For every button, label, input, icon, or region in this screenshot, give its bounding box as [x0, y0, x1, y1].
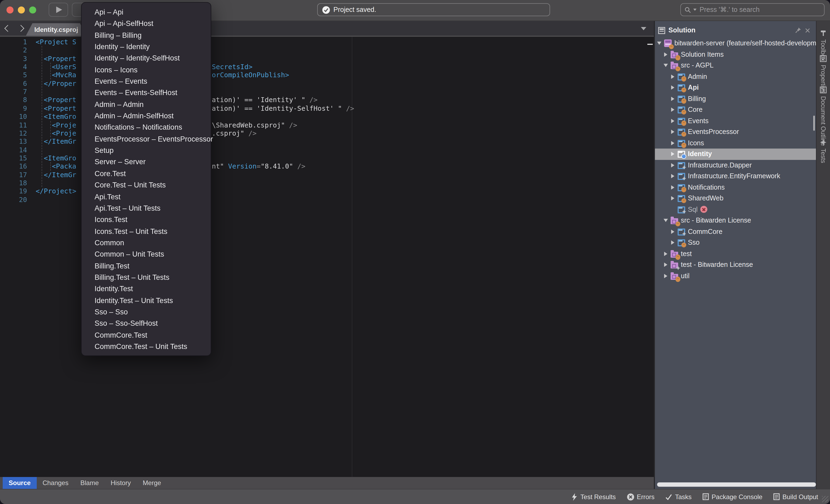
traffic-light-minimize-button[interactable] — [18, 6, 25, 13]
close-icon[interactable] — [805, 27, 810, 33]
run-config-menu-item-api-test-unit-tests[interactable]: Api.Test – Unit Tests — [82, 203, 211, 214]
run-config-menu-item-setup[interactable]: Setup — [82, 145, 211, 157]
run-config-menu-item-icons-test[interactable]: Icons.Test — [82, 214, 211, 226]
disclosure-collapsed-icon[interactable] — [664, 53, 668, 57]
tree-item-solution-items[interactable]: Solution Items — [655, 49, 816, 60]
disclosure-collapsed-icon[interactable] — [671, 97, 675, 101]
disclosure-collapsed-icon[interactable] — [671, 130, 675, 134]
tab-overflow-chevron-icon[interactable] — [641, 27, 646, 30]
tree-item-infrastructure-entityframework[interactable]: Infrastructure.EntityFramework — [655, 171, 816, 182]
run-config-menu-item-api-api[interactable]: Api – Api — [82, 6, 211, 18]
dock-tab-document-outline[interactable]: Document Outline — [817, 87, 830, 146]
view-tab-changes[interactable]: Changes — [36, 477, 74, 489]
tree-item-sql[interactable]: Sql — [655, 204, 816, 215]
traffic-light-close-button[interactable] — [6, 6, 13, 13]
tree-item-bitwarden-server-feature-self-hosted-development[interactable]: bitwarden-server (feature/self-hosted-de… — [655, 38, 816, 49]
disclosure-collapsed-icon[interactable] — [671, 86, 675, 90]
traffic-light-zoom-button[interactable] — [29, 6, 36, 13]
run-config-menu-item-events-events[interactable]: Events – Events — [82, 76, 211, 87]
run-config-menu-item-identity-identity-selfhost[interactable]: Identity – Identity-SelfHost — [82, 53, 211, 64]
tree-item-admin[interactable]: Admin — [655, 71, 816, 82]
statusbar-pad-test-results[interactable]: Test Results — [571, 493, 616, 501]
run-config-menu-item-server-server[interactable]: Server – Server — [82, 157, 211, 168]
run-config-menu-item-api-api-selfhost[interactable]: Api – Api-SelfHost — [82, 18, 211, 30]
run-config-menu-item-sso-sso[interactable]: Sso – Sso — [82, 306, 211, 318]
pin-icon[interactable] — [795, 27, 801, 33]
run-config-menu-item-icons-icons[interactable]: Icons – Icons — [82, 64, 211, 76]
run-config-menu-item-eventsprocessor-eventsprocessor[interactable]: EventsProcessor – EventsProcessor — [82, 133, 211, 145]
search-scope-chevron-icon[interactable] — [693, 9, 696, 11]
tree-item-infrastructure-dapper[interactable]: Infrastructure.Dapper — [655, 160, 816, 171]
run-config-menu-item-identity-test-unit-tests[interactable]: Identity.Test – Unit Tests — [82, 295, 211, 306]
view-tab-source[interactable]: Source — [3, 477, 36, 489]
run-button[interactable] — [49, 3, 68, 17]
search-input[interactable] — [698, 5, 820, 14]
disclosure-collapsed-icon[interactable] — [671, 241, 675, 245]
disclosure-collapsed-icon[interactable] — [671, 119, 675, 123]
navigate-back-icon[interactable] — [4, 25, 11, 32]
tree-item-sso[interactable]: Sso — [655, 237, 816, 248]
statusbar-pad-tasks[interactable]: Tasks — [665, 493, 692, 501]
tree-item-eventsprocessor[interactable]: EventsProcessor — [655, 126, 816, 137]
statusbar-pad-package-console[interactable]: Package Console — [702, 493, 762, 501]
disclosure-collapsed-icon[interactable] — [664, 252, 668, 256]
run-config-menu-item-api-test[interactable]: Api.Test — [82, 191, 211, 203]
run-config-menu-item-billing-billing[interactable]: Billing – Billing — [82, 29, 211, 41]
statusbar-pad-build-output[interactable]: Build Output — [773, 493, 818, 501]
panel-vertical-scrollbar[interactable] — [813, 115, 815, 131]
run-config-menu-item-events-events-selfhost[interactable]: Events – Events-SelfHost — [82, 87, 211, 99]
disclosure-collapsed-icon[interactable] — [671, 230, 675, 234]
dock-tab-tests[interactable]: Tests — [817, 139, 830, 163]
disclosure-expanded-icon[interactable] — [657, 41, 662, 46]
tree-item-identity[interactable]: Identity — [655, 148, 816, 160]
disclosure-collapsed-icon[interactable] — [671, 108, 675, 112]
statusbar-pad-errors[interactable]: Errors — [627, 493, 655, 501]
tree-item-test[interactable]: test — [655, 248, 816, 259]
disclosure-collapsed-icon[interactable] — [664, 263, 668, 267]
view-tab-history[interactable]: History — [105, 477, 137, 489]
run-config-menu-item-sso-sso-selfhost[interactable]: Sso – Sso-SelfHost — [82, 318, 211, 330]
run-config-menu-item-core-test[interactable]: Core.Test — [82, 168, 211, 179]
tree-item-events[interactable]: Events — [655, 115, 816, 126]
tree-item-commcore[interactable]: CommCore — [655, 226, 816, 237]
panel-horizontal-scrollbar[interactable] — [657, 482, 816, 487]
run-config-menu-item-core-test-unit-tests[interactable]: Core.Test – Unit Tests — [82, 179, 211, 191]
tree-item-src-bitwarden-license[interactable]: src - Bitwarden License — [655, 215, 816, 226]
run-config-menu-item-common[interactable]: Common — [82, 237, 211, 249]
disclosure-expanded-icon[interactable] — [664, 64, 668, 68]
run-config-menu-item-admin-admin-selfhost[interactable]: Admin – Admin-SelfHost — [82, 110, 211, 122]
navigate-forward-icon[interactable] — [17, 25, 24, 32]
run-config-menu-item-notifications-notifications[interactable]: Notifications – Notifications — [82, 122, 211, 133]
disclosure-collapsed-icon[interactable] — [671, 196, 675, 201]
run-config-menu-item-billing-test-unit-tests[interactable]: Billing.Test – Unit Tests — [82, 272, 211, 283]
tree-item-sharedweb[interactable]: SharedWeb — [655, 193, 816, 204]
tree-item-util[interactable]: util — [655, 270, 816, 281]
tree-item-notifications[interactable]: Notifications — [655, 182, 816, 193]
run-config-menu-item-commcore-test[interactable]: CommCore.Test — [82, 329, 211, 341]
view-tab-blame[interactable]: Blame — [74, 477, 104, 489]
global-search[interactable] — [680, 3, 825, 16]
disclosure-collapsed-icon[interactable] — [664, 274, 668, 278]
disclosure-collapsed-icon[interactable] — [671, 141, 675, 145]
disclosure-collapsed-icon[interactable] — [671, 174, 675, 178]
tree-item-test-bitwarden-license[interactable]: test - Bitwarden License — [655, 259, 816, 270]
run-config-menu-item-admin-admin[interactable]: Admin – Admin — [82, 99, 211, 110]
disclosure-collapsed-icon[interactable] — [671, 163, 675, 167]
tree-item-core[interactable]: Core — [655, 104, 816, 115]
tree-item-icons[interactable]: Icons — [655, 137, 816, 148]
view-tab-merge[interactable]: Merge — [137, 477, 167, 489]
disclosure-collapsed-icon[interactable] — [671, 152, 675, 157]
run-config-menu-item-icons-test-unit-tests[interactable]: Icons.Test – Unit Tests — [82, 226, 211, 237]
disclosure-collapsed-icon[interactable] — [671, 185, 675, 190]
tree-item-billing[interactable]: Billing — [655, 93, 816, 104]
run-config-menu-item-identity-identity[interactable]: Identity – Identity — [82, 41, 211, 53]
run-config-menu-item-commcore-test-unit-tests[interactable]: CommCore.Test – Unit Tests — [82, 341, 211, 352]
run-config-menu-item-identity-test[interactable]: Identity.Test — [82, 283, 211, 295]
disclosure-collapsed-icon[interactable] — [671, 74, 675, 79]
run-config-menu-item-billing-test[interactable]: Billing.Test — [82, 260, 211, 272]
disclosure-expanded-icon[interactable] — [664, 219, 668, 223]
run-config-menu-item-common-unit-tests[interactable]: Common – Unit Tests — [82, 248, 211, 260]
tree-item-api[interactable]: Api — [655, 82, 816, 93]
tab-identity-csproj[interactable]: Identity.csproj — [26, 23, 87, 36]
tree-item-src-agpl[interactable]: src - AGPL — [655, 60, 816, 71]
